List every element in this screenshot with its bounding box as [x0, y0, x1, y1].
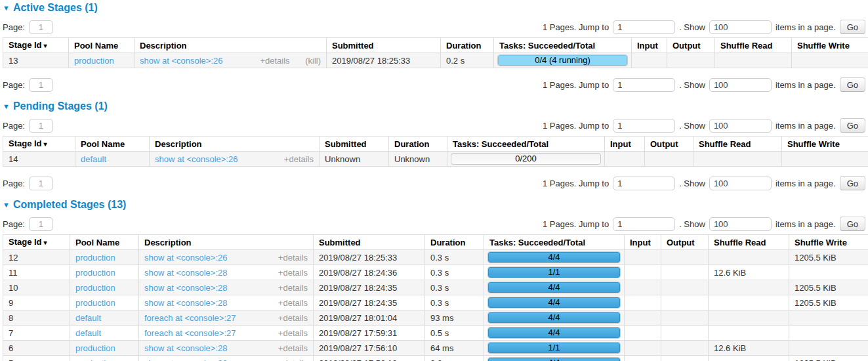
- page-number-input[interactable]: [29, 177, 53, 190]
- details-toggle-link[interactable]: +details: [278, 298, 308, 308]
- pool-name-link[interactable]: production: [75, 253, 115, 263]
- go-button[interactable]: Go: [840, 77, 865, 92]
- details-toggle-link[interactable]: +details: [260, 56, 289, 66]
- column-header[interactable]: Tasks: Succeeded/Total: [447, 137, 605, 152]
- items-per-page-input[interactable]: [709, 20, 772, 34]
- column-header[interactable]: Tasks: Succeeded/Total: [494, 38, 632, 53]
- kill-link[interactable]: (kill): [305, 56, 321, 66]
- output-cell: [661, 295, 709, 310]
- details-toggle-link[interactable]: +details: [278, 313, 308, 323]
- description-link[interactable]: show at <console>:28: [144, 268, 227, 277]
- details-toggle-link[interactable]: +details: [278, 358, 308, 361]
- go-button[interactable]: Go: [840, 20, 865, 34]
- pool-name-link[interactable]: production: [75, 358, 115, 361]
- details-toggle-link[interactable]: +details: [278, 328, 308, 338]
- column-header[interactable]: Stage Id▾: [3, 235, 70, 250]
- column-header[interactable]: Shuffle Write: [782, 137, 868, 152]
- description-link[interactable]: show at <console>:26: [140, 56, 222, 65]
- column-header[interactable]: Shuffle Write: [789, 235, 868, 250]
- details-toggle-link[interactable]: +details: [278, 253, 308, 263]
- details-toggle-link[interactable]: +details: [278, 283, 308, 293]
- column-header[interactable]: Shuffle Read: [715, 38, 792, 53]
- input-cell: [625, 250, 661, 265]
- submitted-cell: 2019/08/27 18:24:36: [314, 265, 425, 280]
- column-header[interactable]: Shuffle Read: [709, 235, 789, 250]
- pool-name-cell: default: [70, 326, 139, 341]
- column-header[interactable]: Input: [605, 137, 645, 152]
- section-heading[interactable]: ▼ Completed Stages (13): [3, 199, 865, 211]
- description-link[interactable]: foreach at <console>:27: [144, 329, 236, 337]
- details-toggle-link[interactable]: +details: [284, 154, 314, 164]
- section-title: Active Stages (1): [13, 2, 98, 14]
- pool-name-link[interactable]: default: [81, 154, 106, 164]
- jump-to-page-input[interactable]: [613, 177, 675, 190]
- jump-to-page-input[interactable]: [613, 217, 675, 231]
- page-number-input[interactable]: [29, 119, 53, 133]
- tasks-progress-bar: 1/1: [487, 266, 621, 278]
- details-toggle-link[interactable]: +details: [278, 343, 308, 353]
- pool-name-link[interactable]: production: [75, 268, 115, 278]
- description-link[interactable]: foreach at <console>:27: [144, 314, 236, 322]
- items-per-page-input[interactable]: [709, 78, 772, 92]
- column-header[interactable]: Shuffle Read: [693, 137, 782, 152]
- column-header[interactable]: Description: [150, 137, 320, 152]
- go-button[interactable]: Go: [840, 217, 865, 231]
- jump-to-page-input[interactable]: [613, 20, 675, 34]
- pool-name-link[interactable]: production: [75, 343, 115, 353]
- column-header[interactable]: Input: [625, 235, 661, 250]
- column-header[interactable]: Submitted: [320, 137, 389, 152]
- column-header[interactable]: Pool Name: [70, 235, 139, 250]
- pool-name-link[interactable]: default: [75, 313, 101, 323]
- stage-id-cell: 11: [3, 265, 70, 280]
- column-header[interactable]: Output: [661, 235, 709, 250]
- go-button[interactable]: Go: [840, 118, 865, 133]
- section-heading[interactable]: ▼ Active Stages (1): [3, 2, 865, 14]
- page-number-input[interactable]: [29, 217, 53, 231]
- stage-section: ▼ Pending Stages (1) Page: 1 Pages. Jump…: [3, 100, 865, 190]
- column-header[interactable]: Duration: [389, 137, 447, 152]
- description-link[interactable]: show at <console>:26: [155, 155, 238, 163]
- shuffle-read-cell: [709, 295, 789, 310]
- column-header[interactable]: Submitted: [327, 38, 441, 53]
- column-header[interactable]: Description: [139, 235, 314, 250]
- column-header[interactable]: Shuffle Write: [792, 38, 868, 53]
- column-header[interactable]: Input: [632, 38, 667, 53]
- description-link[interactable]: show at <console>:28: [144, 299, 227, 307]
- page-number-input[interactable]: [29, 78, 53, 92]
- column-header[interactable]: Pool Name: [75, 137, 150, 152]
- tasks-progress-bar: 4/4: [487, 297, 621, 308]
- section-heading[interactable]: ▼ Pending Stages (1): [3, 100, 865, 112]
- pool-name-link[interactable]: production: [74, 56, 114, 66]
- column-header[interactable]: Pool Name: [69, 38, 134, 53]
- items-per-page-input[interactable]: [709, 217, 772, 231]
- submitted-cell: 2019/08/27 18:25:33: [314, 250, 425, 265]
- column-header[interactable]: Submitted: [314, 235, 425, 250]
- column-header[interactable]: Tasks: Succeeded/Total: [484, 235, 625, 250]
- go-button[interactable]: Go: [840, 176, 865, 190]
- shuffle-read-cell: [693, 152, 782, 167]
- description-link[interactable]: show at <console>:26: [144, 253, 227, 262]
- shuffle-write-cell: [782, 152, 868, 167]
- page-number-input[interactable]: [29, 20, 53, 34]
- column-header[interactable]: Duration: [441, 38, 494, 53]
- items-per-page-input[interactable]: [709, 119, 772, 133]
- column-header[interactable]: Duration: [425, 235, 484, 250]
- pool-name-link[interactable]: default: [75, 328, 101, 338]
- items-per-page-input[interactable]: [709, 177, 772, 190]
- description-link[interactable]: show at <console>:28: [144, 359, 227, 361]
- column-header[interactable]: Stage Id▾: [3, 38, 69, 53]
- description-link[interactable]: show at <console>:28: [144, 344, 227, 352]
- details-toggle-link[interactable]: +details: [278, 268, 308, 278]
- jump-to-page-input[interactable]: [613, 78, 675, 92]
- pagination-bar: Page: 1 Pages. Jump to . Show items in a…: [3, 20, 865, 34]
- column-header[interactable]: Description: [134, 38, 327, 53]
- pool-name-link[interactable]: production: [75, 298, 115, 308]
- column-header[interactable]: Output: [667, 38, 715, 53]
- submitted-cell: 2019/08/27 17:56:10: [314, 356, 425, 361]
- description-link[interactable]: show at <console>:28: [144, 284, 227, 292]
- pool-name-link[interactable]: production: [75, 283, 115, 293]
- jump-to-page-input[interactable]: [613, 119, 675, 133]
- shuffle-read-cell: [709, 326, 789, 341]
- column-header[interactable]: Output: [645, 137, 693, 152]
- column-header[interactable]: Stage Id▾: [3, 137, 75, 152]
